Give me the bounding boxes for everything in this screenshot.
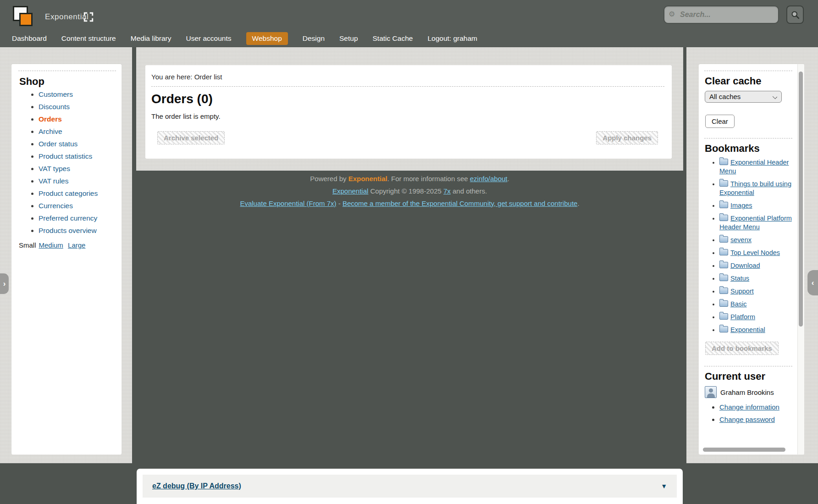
main-nav: Dashboard Content structure Media librar… (12, 32, 477, 45)
bookmark-link[interactable]: Exponential (730, 326, 765, 333)
size-small-current: Small (19, 241, 36, 249)
list-item: Change information (719, 403, 792, 411)
bookmark-link[interactable]: Exponential Platform Header Menu (719, 215, 792, 231)
bookmark-link[interactable]: Basic (730, 300, 746, 308)
list-item: Top Level Nodes (719, 249, 792, 257)
chevron-down-icon (773, 94, 777, 99)
nav-media-library[interactable]: Media library (131, 32, 171, 45)
gear-icon: ⚙ (669, 10, 675, 18)
shop-item-preferred-currency[interactable]: Preferred currency (39, 214, 97, 222)
user-links-list: Change information Change password (704, 403, 792, 424)
change-information-link[interactable]: Change information (719, 403, 779, 411)
ezinfo-about-link[interactable]: ezinfo/about (470, 175, 508, 183)
list-item: Exponential (719, 326, 792, 334)
bookmarks-list: Exponential Header Menu Things to build … (704, 158, 792, 334)
add-to-bookmarks-button[interactable]: Add to bookmarks (705, 342, 779, 355)
debug-collapse-icon[interactable]: ▼ (661, 482, 667, 490)
folder-icon (719, 288, 728, 294)
community-link[interactable]: Become a member of the Exponential Commu… (343, 199, 578, 207)
list-item: Discounts (39, 103, 116, 111)
clear-cache-button[interactable]: Clear (705, 115, 735, 128)
nav-dashboard[interactable]: Dashboard (12, 32, 47, 45)
horizontal-scrollbar-thumb[interactable] (703, 448, 785, 452)
folder-icon (719, 215, 728, 221)
breadcrumb: You are here: Order list (151, 73, 664, 81)
size-large-link[interactable]: Large (68, 241, 85, 249)
collapse-right-panel-tab[interactable]: ‹ (807, 270, 818, 295)
nav-static-cache[interactable]: Static Cache (373, 32, 413, 45)
left-column: Shop Customers Discounts Orders Archive … (0, 47, 132, 463)
bookmark-link[interactable]: Support (730, 288, 754, 295)
ez-debug-link[interactable]: eZ debug (By IP Address) (152, 482, 241, 490)
page-title: Orders (0) (151, 92, 664, 106)
folder-icon (719, 202, 728, 208)
shop-item-currencies[interactable]: Currencies (39, 202, 73, 210)
shop-item-discounts[interactable]: Discounts (39, 103, 70, 111)
apply-changes-button[interactable]: Apply changes (596, 131, 658, 144)
exponential-logo-icon[interactable] (13, 6, 37, 29)
bookmark-link[interactable]: Download (730, 262, 760, 269)
shop-item-orders-active[interactable]: Orders (39, 115, 62, 123)
list-item: Product categories (39, 189, 116, 198)
bookmark-link[interactable]: Top Level Nodes (730, 249, 780, 256)
shop-item-customers[interactable]: Customers (39, 90, 73, 98)
bookmark-link[interactable]: Status (730, 275, 749, 282)
shop-item-product-categories[interactable]: Product categories (39, 189, 98, 197)
nav-webshop[interactable]: Webshop (246, 32, 288, 45)
footer-line-powered: Powered by Exponential. For more informa… (136, 172, 683, 185)
vertical-scrollbar-thumb[interactable] (799, 72, 803, 327)
shop-item-archive[interactable]: Archive (39, 127, 62, 135)
bookmark-link[interactable]: Exponential Header Menu (719, 159, 789, 175)
size-medium-link[interactable]: Medium (39, 241, 63, 249)
archive-selected-button[interactable]: Archive selected (157, 131, 225, 144)
folder-icon (719, 300, 728, 307)
cache-type-select[interactable]: All caches (705, 91, 782, 103)
shop-item-product-statistics[interactable]: Product statistics (39, 152, 92, 160)
collapse-left-panel-tab[interactable]: › (0, 273, 9, 294)
list-item: VAT types (39, 165, 116, 173)
list-item: Exponential Platform Header Menu (719, 214, 792, 232)
change-password-link[interactable]: Change password (719, 415, 775, 423)
current-user-row: Graham Brookins (705, 386, 792, 398)
magnifier-icon (790, 10, 800, 20)
nav-content-structure[interactable]: Content structure (61, 32, 116, 45)
folder-icon (719, 313, 728, 320)
nav-design[interactable]: Design (303, 32, 325, 45)
evaluate-link[interactable]: Evaluate Exponential (From 7x) (240, 199, 336, 207)
bookmark-link[interactable]: Images (730, 202, 752, 209)
brand-title: Exponential (45, 12, 88, 22)
nav-logout[interactable]: Logout: graham (427, 32, 477, 45)
bookmark-link[interactable]: sevenx (730, 236, 752, 244)
bookmark-link[interactable]: Things to build using Exponential (719, 180, 791, 196)
footer-line-copyright: Exponential Copyright © 1998-2025 7x and… (136, 185, 683, 197)
shop-item-order-status[interactable]: Order status (39, 140, 77, 148)
menu-size-controls: SmallMedium Large (19, 241, 116, 249)
exponential-link[interactable]: Exponential (332, 187, 368, 195)
folder-icon (719, 275, 728, 281)
divider (704, 138, 792, 138)
center-column: You are here: Order list Orders (0) The … (136, 47, 683, 171)
shop-item-vat-rules[interactable]: VAT rules (39, 177, 68, 185)
tools-panel: Clear cache All caches Clear Bookmarks E… (699, 64, 804, 454)
folder-icon (719, 262, 728, 268)
nav-setup[interactable]: Setup (339, 32, 358, 45)
search-input[interactable] (663, 6, 779, 24)
fullscreen-icon[interactable] (83, 12, 94, 22)
search-button[interactable] (786, 6, 804, 24)
folder-icon (719, 159, 728, 165)
list-item: Products overview (39, 227, 116, 235)
debug-panel: eZ debug (By IP Address) ▼ (137, 469, 683, 504)
nav-user-accounts[interactable]: User accounts (186, 32, 231, 45)
application-window: Exponential Dashboard Content structure … (0, 0, 818, 504)
sevenx-link[interactable]: 7x (443, 187, 451, 195)
chevron-left-icon: ‹ (812, 278, 814, 288)
debug-header-bar: eZ debug (By IP Address) ▼ (143, 475, 677, 498)
list-item: Things to build using Exponential (719, 180, 792, 197)
divider (18, 71, 116, 71)
logo-orange-square (19, 13, 33, 26)
shop-item-products-overview[interactable]: Products overview (39, 227, 97, 234)
list-item: Preferred currency (39, 214, 116, 222)
bookmark-link[interactable]: Platform (730, 313, 755, 321)
footer-brand: Exponential (348, 175, 387, 183)
shop-item-vat-types[interactable]: VAT types (39, 165, 70, 172)
